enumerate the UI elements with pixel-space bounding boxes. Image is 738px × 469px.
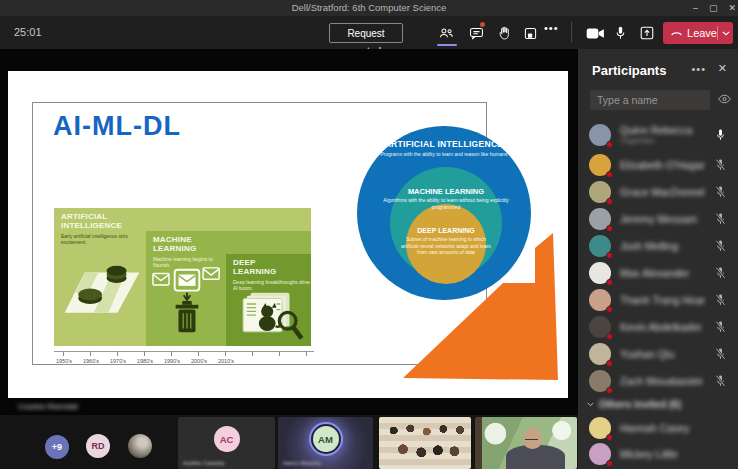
camera-icon[interactable] — [586, 27, 603, 44]
microphone-icon[interactable] — [613, 25, 630, 42]
avatar — [589, 343, 611, 365]
status-badge — [606, 225, 613, 232]
panel-more-icon[interactable]: ••• — [691, 63, 706, 75]
venn-ml-title: MACHINE LEARNING — [376, 187, 516, 196]
minimize-icon[interactable]: – — [693, 3, 698, 13]
participant-name: Zach Mouatassim — [620, 375, 703, 387]
teams-meeting-window: Dell/Stratford: 6th Computer Science – ▢… — [0, 0, 738, 469]
year-label: 1990's — [159, 358, 185, 364]
orange-arrow-shape — [398, 231, 568, 383]
participant-list: Quinn Rebecca Organiser Elizabeth O'Haga… — [578, 119, 738, 467]
participants-icon[interactable] — [438, 25, 455, 42]
year-label: 1970's — [105, 358, 131, 364]
participant-row[interactable]: Hannah Casey — [578, 415, 738, 441]
year-label: 2010's — [213, 358, 239, 364]
participant-name: Josh Melling — [620, 240, 678, 252]
more-options-icon[interactable]: ••• — [544, 22, 559, 34]
status-badge — [606, 306, 613, 313]
request-control-button[interactable]: Request control — [329, 23, 403, 43]
avatar: AC — [214, 426, 240, 452]
maximize-icon[interactable]: ▢ — [709, 3, 718, 13]
title-bar: Dell/Stratford: 6th Computer Science – ▢… — [0, 0, 738, 16]
participant-search-input[interactable] — [590, 90, 710, 110]
avatar — [589, 262, 611, 284]
panel-title: Participants — [592, 63, 666, 78]
status-badge — [606, 198, 613, 205]
venn-ai-title: ARTIFICIAL INTELLIGENCE — [357, 139, 531, 149]
participant-name: Thanh Trang Hoang — [620, 294, 705, 306]
mic-off-icon — [714, 239, 727, 253]
avatar — [589, 417, 611, 439]
chat-icon[interactable] — [468, 25, 485, 42]
avatar — [589, 289, 611, 311]
section-header-others-invited[interactable]: Others invited (6) — [578, 394, 738, 415]
breakout-rooms-icon[interactable] — [522, 25, 539, 42]
leave-label: Leave — [687, 27, 717, 39]
avatar — [589, 208, 611, 230]
participant-row[interactable]: Yushan Qiu — [578, 340, 738, 367]
mic-off-icon — [714, 266, 727, 280]
participants-active-underline — [437, 44, 457, 46]
mic-off-icon — [714, 158, 727, 172]
participant-row[interactable]: Quinn Rebecca Organiser — [578, 119, 738, 151]
person-glasses — [525, 439, 538, 442]
presenter-name-label: Cousins Riverside — [18, 402, 78, 411]
year-label: 2000's — [186, 358, 212, 364]
participant-tile-am-speaking[interactable]: AM Aaron Murphy — [278, 417, 373, 469]
tile-name-label: Aoibhe Cassidy — [183, 460, 225, 466]
avatar — [589, 370, 611, 392]
raise-hand-icon[interactable] — [496, 25, 513, 42]
participant-row[interactable]: Josh Melling — [578, 232, 738, 259]
participant-name: Jeremy Messam — [620, 213, 697, 225]
participant-row[interactable]: Thanh Trang Hoang — [578, 286, 738, 313]
toolbar-divider — [571, 22, 572, 42]
participant-avatar-photo[interactable] — [128, 434, 152, 458]
participant-tile-ac[interactable]: AC Aoibhe Cassidy — [178, 417, 275, 469]
avatar — [589, 443, 611, 465]
participant-row[interactable]: Max Alexander — [578, 259, 738, 286]
status-badge — [606, 279, 613, 286]
avatar — [589, 124, 611, 146]
participants-panel: Participants ••• ✕ Quinn Rebecca Organis… — [578, 49, 738, 469]
leave-chevron-down-icon[interactable] — [718, 31, 733, 36]
video-tile-classroom[interactable] — [379, 417, 471, 469]
leave-button[interactable]: Leave — [663, 22, 733, 44]
participant-name: Yushan Qiu — [620, 348, 674, 360]
participant-avatar-rd[interactable]: RD — [86, 434, 110, 458]
image-recognition-icon — [231, 291, 309, 343]
avatar — [589, 181, 611, 203]
status-badge — [606, 434, 613, 441]
chevron-down-icon — [587, 402, 594, 407]
participant-row[interactable]: Zach Mouatassim — [578, 367, 738, 394]
participant-row[interactable]: Grace MacDonnell — [578, 178, 738, 205]
section-header-label: Others invited (6) — [599, 399, 681, 410]
hangup-icon — [671, 30, 682, 37]
eye-icon[interactable] — [717, 94, 732, 104]
year-label: 1950's — [51, 358, 77, 364]
avatar — [589, 316, 611, 338]
participant-name: Kevin Abdelkader — [620, 321, 702, 333]
panel-close-icon[interactable]: ✕ — [718, 62, 727, 75]
shared-screen: AI-ML-DL ARTIFICIAL INTELLIGENCE Early a… — [8, 71, 568, 398]
avatar — [589, 154, 611, 176]
participant-row[interactable]: Kevin Abdelkader — [578, 313, 738, 340]
checkers-icon — [61, 258, 143, 320]
share-screen-icon[interactable] — [639, 25, 656, 42]
mic-on-icon — [714, 128, 727, 142]
video-tile-presenter[interactable] — [475, 417, 577, 469]
participant-row[interactable]: Jeremy Messam — [578, 205, 738, 232]
status-badge — [606, 171, 613, 178]
status-badge — [606, 360, 613, 367]
meeting-toolbar: 25:01 Request control ••• — [0, 16, 738, 49]
participant-name: Quinn Rebecca — [620, 124, 692, 136]
participant-row[interactable]: Mickey Little — [578, 441, 738, 467]
slide-title: AI-ML-DL — [53, 111, 181, 142]
participant-row[interactable]: Elizabeth O'Hagan — [578, 151, 738, 178]
year-label: 1980's — [132, 358, 158, 364]
spam-filter-icon — [151, 266, 223, 336]
close-icon[interactable]: ✕ — [728, 3, 736, 13]
year-label: 1960's — [78, 358, 104, 364]
status-badge — [606, 460, 613, 467]
overflow-participants-avatar[interactable]: +9 — [45, 435, 69, 459]
screen-share-stage: AI-ML-DL ARTIFICIAL INTELLIGENCE Early a… — [0, 49, 578, 415]
